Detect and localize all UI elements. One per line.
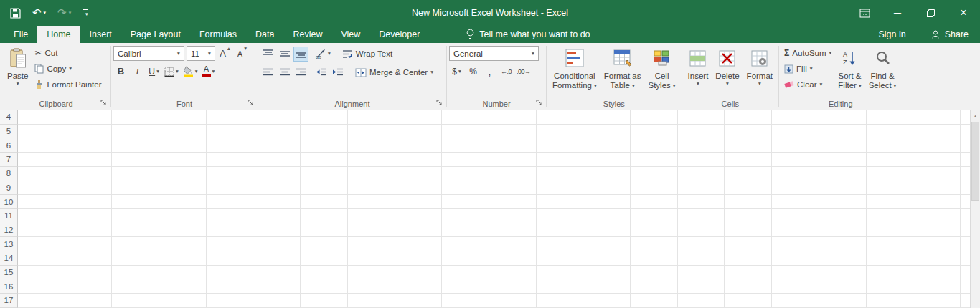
row-cells[interactable] (18, 195, 970, 209)
increase-indent-button[interactable] (330, 65, 345, 80)
row-cells[interactable] (18, 138, 970, 153)
row-cells[interactable] (18, 266, 970, 280)
row-cells[interactable] (18, 223, 970, 238)
cell-styles-button[interactable]: Cell Styles ▾ (645, 44, 679, 97)
fill-color-button[interactable]: ▾ (182, 64, 199, 79)
decrease-decimal-button[interactable]: .00→ (515, 64, 532, 79)
tab-home[interactable]: Home (37, 26, 80, 43)
restore-button[interactable] (914, 0, 947, 26)
tab-view[interactable]: View (331, 26, 369, 43)
font-size-combo[interactable]: 11 ▾ (187, 46, 215, 61)
fill-button[interactable]: Fill ▾ (781, 61, 834, 77)
clear-button[interactable]: Clear ▾ (781, 77, 834, 92)
decrease-indent-button[interactable] (314, 65, 329, 80)
clipboard-dialog-launcher[interactable] (99, 98, 108, 107)
tell-me-box[interactable]: Tell me what you want to do (466, 26, 590, 43)
tab-page-layout[interactable]: Page Layout (121, 26, 190, 43)
font-dialog-launcher[interactable] (246, 98, 255, 107)
row-cells[interactable] (18, 110, 970, 125)
row-header[interactable]: 5 (0, 125, 18, 139)
autosum-button[interactable]: Σ AutoSum ▾ (781, 45, 834, 61)
undo-caret-icon[interactable]: ▾ (44, 10, 47, 16)
wrap-text-button[interactable]: Wrap Text (339, 46, 395, 62)
orientation-button[interactable]: ab ▾ (314, 47, 332, 62)
find-select-button[interactable]: Find & Select ▾ (865, 44, 900, 97)
font-name-combo[interactable]: Calibri ▾ (113, 46, 184, 61)
align-left-button[interactable] (260, 65, 275, 80)
tab-developer[interactable]: Developer (369, 26, 429, 43)
row-header[interactable]: 14 (0, 251, 18, 266)
redo-caret-icon[interactable]: ▾ (69, 10, 72, 16)
sign-in-button[interactable]: Sign in (865, 26, 918, 43)
tab-data[interactable]: Data (246, 26, 283, 43)
increase-decimal-button[interactable]: ←.0 (499, 64, 514, 79)
scrollbar-thumb[interactable] (971, 122, 979, 201)
undo-button[interactable]: ↶ ▾ (27, 0, 52, 26)
close-button[interactable]: × (947, 0, 980, 26)
middle-align-button[interactable] (277, 47, 292, 62)
increase-font-size-button[interactable]: A▴ (217, 46, 232, 61)
comma-style-button[interactable]: , (482, 64, 497, 79)
row-header[interactable]: 17 (0, 294, 18, 308)
row-cells[interactable] (18, 209, 970, 223)
accounting-format-button[interactable]: $ ▾ (449, 64, 464, 79)
sort-filter-button[interactable]: AZ Sort & Filter ▾ (834, 44, 864, 97)
delete-cells-button[interactable]: Delete ▾ (712, 44, 743, 97)
row-header[interactable]: 7 (0, 153, 18, 167)
row-cells[interactable] (18, 237, 970, 251)
scroll-up-button[interactable]: ▴ (971, 110, 980, 121)
row-header[interactable]: 6 (0, 138, 18, 153)
row-header[interactable]: 12 (0, 223, 18, 238)
bold-button[interactable]: B (113, 64, 128, 79)
row-header[interactable]: 15 (0, 266, 18, 280)
underline-button[interactable]: U ▾ (146, 64, 161, 79)
bottom-align-button[interactable] (293, 47, 308, 62)
redo-button[interactable]: ↷ ▾ (52, 0, 77, 26)
row-cells[interactable] (18, 294, 970, 308)
paste-button[interactable]: Paste ▾ (4, 44, 32, 97)
conditional-formatting-button[interactable]: Conditional Formatting ▾ (549, 44, 600, 97)
row-header[interactable]: 4 (0, 110, 18, 125)
decrease-font-size-button[interactable]: A▾ (235, 46, 250, 61)
customize-qat-button[interactable]: ▾ (77, 0, 94, 26)
copy-button[interactable]: Copy ▾ (32, 61, 104, 77)
format-cells-button[interactable]: Format ▾ (743, 44, 776, 97)
row-header[interactable]: 10 (0, 195, 18, 209)
row-header[interactable]: 9 (0, 181, 18, 196)
tab-formulas[interactable]: Formulas (190, 26, 246, 43)
tab-review[interactable]: Review (283, 26, 331, 43)
row-cells[interactable] (18, 153, 970, 167)
row-header[interactable]: 13 (0, 237, 18, 251)
number-format-combo[interactable]: General ▾ (449, 46, 539, 61)
percent-style-button[interactable]: % (466, 64, 481, 79)
format-as-table-button[interactable]: Format as Table ▾ (600, 44, 645, 97)
share-button[interactable]: Share (919, 26, 980, 43)
save-button[interactable] (4, 0, 27, 26)
borders-button[interactable]: ▾ (163, 64, 180, 79)
row-cells[interactable] (18, 125, 970, 139)
italic-button[interactable]: I (130, 64, 145, 79)
top-align-button[interactable] (260, 47, 275, 62)
alignment-dialog-launcher[interactable] (435, 98, 444, 107)
tab-insert[interactable]: Insert (80, 26, 121, 43)
find-select-label-1: Find & (870, 72, 894, 81)
format-painter-button[interactable]: Format Painter (32, 77, 104, 92)
ribbon-display-options-button[interactable] (848, 0, 881, 26)
font-color-button[interactable]: A ▾ (201, 64, 217, 79)
row-cells[interactable] (18, 181, 970, 196)
cut-button[interactable]: ✂ Cut (32, 45, 104, 61)
minimize-button[interactable]: ─ (881, 0, 914, 26)
align-right-button[interactable] (293, 65, 308, 80)
row-cells[interactable] (18, 279, 970, 294)
row-cells[interactable] (18, 251, 970, 266)
merge-center-button[interactable]: Merge & Center ▾ (352, 64, 436, 80)
align-center-button[interactable] (277, 65, 292, 80)
tab-file[interactable]: File (4, 26, 37, 43)
insert-cells-button[interactable]: Insert ▾ (684, 44, 712, 97)
row-header[interactable]: 8 (0, 167, 18, 181)
vertical-scrollbar[interactable]: ▴ (970, 110, 980, 308)
number-dialog-launcher[interactable] (534, 98, 544, 107)
row-header[interactable]: 11 (0, 209, 18, 223)
row-header[interactable]: 16 (0, 279, 18, 294)
row-cells[interactable] (18, 167, 970, 181)
